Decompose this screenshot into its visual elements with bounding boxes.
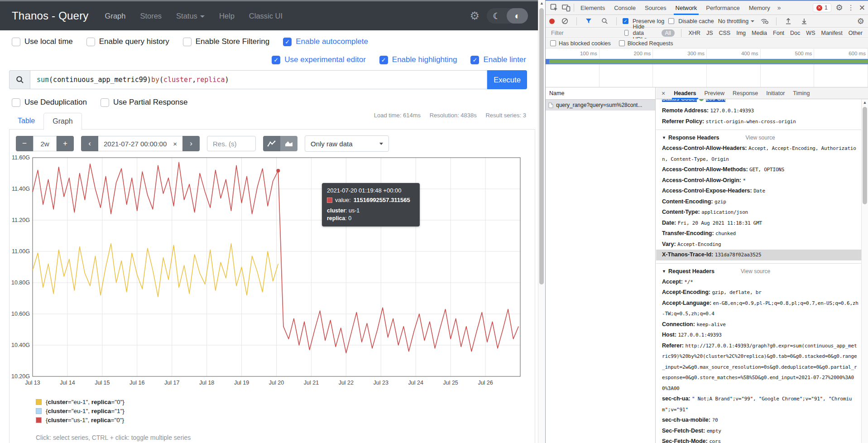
option-enable-linter[interactable]: ✓Enable linter bbox=[470, 55, 526, 64]
raw-data-select[interactable]: Only raw data bbox=[305, 135, 389, 152]
throttling-select[interactable]: No throttling bbox=[718, 18, 754, 24]
network-conditions-icon[interactable] bbox=[758, 15, 770, 27]
checkbox[interactable] bbox=[12, 38, 20, 46]
time-series-chart[interactable]: 11.60G11.40G11.20G11.00G10.80G10.60G10.4… bbox=[10, 155, 536, 389]
filter-type-media[interactable]: Media bbox=[752, 30, 767, 36]
filter-type-xhr[interactable]: XHR bbox=[688, 30, 700, 36]
option-enable-autocomplete[interactable]: ✓Enable autocomplete bbox=[283, 37, 368, 46]
nav-item-classic-ui[interactable]: Classic UI bbox=[249, 12, 283, 20]
filter-all-pill[interactable]: All bbox=[662, 29, 675, 37]
option-blocked-requests[interactable]: Blocked Requests bbox=[619, 40, 673, 47]
resolution-input[interactable] bbox=[207, 136, 256, 151]
tab-table[interactable]: Table bbox=[9, 113, 43, 130]
execute-button[interactable]: Execute bbox=[487, 70, 527, 89]
devtools-close-icon[interactable]: ✕ bbox=[859, 3, 865, 13]
datetime-input[interactable]: 2021-07-27 00:00:00 × bbox=[98, 136, 182, 151]
devtools-tab-performance[interactable]: Performance bbox=[701, 1, 744, 15]
checkbox[interactable]: ✓ bbox=[272, 56, 280, 64]
checkbox[interactable] bbox=[550, 40, 556, 46]
checkbox[interactable] bbox=[183, 38, 192, 46]
export-har-icon[interactable] bbox=[798, 15, 810, 27]
option-use-local-time[interactable]: Use local time bbox=[12, 37, 73, 46]
checkbox[interactable] bbox=[619, 40, 625, 46]
checkbox[interactable] bbox=[101, 98, 109, 107]
devtools-settings-gear-icon[interactable]: ⚙ bbox=[836, 4, 843, 12]
device-toolbar-icon[interactable] bbox=[560, 2, 572, 14]
filter-type-other[interactable]: Other bbox=[849, 30, 863, 36]
dark-theme-moon-icon[interactable]: ☾ bbox=[487, 11, 507, 21]
detail-scrollbar[interactable]: ▲ bbox=[861, 99, 868, 443]
legend-item[interactable]: {cluster="eu-1", replica="1"} bbox=[36, 408, 125, 414]
devtools-tab-elements[interactable]: Elements bbox=[576, 1, 609, 15]
devtools-tab-console[interactable]: Console bbox=[609, 1, 640, 15]
network-settings-gear-icon[interactable]: ⚙ bbox=[857, 17, 864, 25]
time-forward-button[interactable]: › bbox=[182, 136, 200, 151]
disable-cache-checkbox[interactable] bbox=[668, 18, 674, 24]
filter-type-font[interactable]: Font bbox=[773, 30, 784, 36]
left-panel-scrollbar[interactable]: ▲ bbox=[538, 0, 545, 443]
headers-section-title[interactable]: ▼Request HeadersView source bbox=[662, 266, 858, 277]
filter-type-js[interactable]: JS bbox=[706, 30, 713, 36]
import-har-icon[interactable] bbox=[782, 15, 794, 27]
scroll-up-arrow-icon[interactable]: ▲ bbox=[538, 0, 545, 7]
detail-tab-response[interactable]: Response bbox=[729, 87, 762, 99]
filter-type-manifest[interactable]: Manifest bbox=[821, 30, 842, 36]
detail-tab-timing[interactable]: Timing bbox=[789, 87, 814, 99]
detail-tab-headers[interactable]: Headers bbox=[670, 87, 700, 99]
option-use-deduplication[interactable]: Use Deduplication bbox=[12, 98, 87, 107]
option-enable-query-history[interactable]: Enable query history bbox=[86, 37, 169, 46]
scroll-up-arrow-icon[interactable]: ▲ bbox=[862, 99, 868, 106]
filter-type-img[interactable]: Img bbox=[736, 30, 746, 36]
promql-query-input[interactable]: sum(continuous_app_metric99) by (cluster… bbox=[30, 70, 487, 89]
stacked-chart-button[interactable] bbox=[280, 136, 297, 151]
settings-gear-icon[interactable]: ⚙ bbox=[470, 10, 480, 21]
devtools-tab-sources[interactable]: Sources bbox=[640, 1, 671, 15]
filter-type-ws[interactable]: WS bbox=[806, 30, 815, 36]
error-badge[interactable]: ✕ 1 bbox=[813, 3, 831, 12]
record-network-log-icon[interactable] bbox=[549, 19, 555, 24]
scrollbar-thumb[interactable] bbox=[863, 107, 867, 204]
range-input[interactable]: 2w bbox=[33, 136, 57, 151]
option-enable-highlighting[interactable]: ✓Enable highlighting bbox=[379, 55, 457, 64]
nav-item-graph[interactable]: Graph bbox=[105, 12, 126, 20]
nav-item-help[interactable]: Help bbox=[219, 12, 235, 20]
devtools-tab-memory[interactable]: Memory bbox=[744, 1, 775, 15]
filter-funnel-icon[interactable] bbox=[583, 15, 595, 27]
checkbox[interactable]: ✓ bbox=[379, 56, 388, 64]
option-use-experimental-editor[interactable]: ✓Use experimental editor bbox=[272, 55, 366, 64]
filter-type-doc[interactable]: Doc bbox=[790, 30, 800, 36]
filter-type-css[interactable]: CSS bbox=[719, 30, 730, 36]
network-overview-band[interactable] bbox=[546, 59, 868, 64]
network-filter-input[interactable] bbox=[550, 29, 620, 37]
view-source-link[interactable]: View source bbox=[745, 135, 775, 141]
detail-tab-preview[interactable]: Preview bbox=[700, 87, 729, 99]
checkbox[interactable] bbox=[86, 38, 95, 46]
legend-item[interactable]: {cluster="us-1", replica="0"} bbox=[36, 417, 125, 424]
checkbox[interactable]: ✓ bbox=[470, 56, 479, 64]
option-enable-store-filtering[interactable]: Enable Store Filtering bbox=[183, 37, 269, 46]
nav-item-status[interactable]: Status bbox=[176, 12, 205, 20]
clear-time-icon[interactable]: × bbox=[173, 140, 177, 148]
headers-section-title[interactable]: ▼Response HeadersView source bbox=[662, 132, 858, 143]
inspect-element-icon[interactable] bbox=[548, 2, 560, 14]
range-increase-button[interactable]: + bbox=[57, 136, 74, 151]
view-source-link[interactable]: View source bbox=[741, 268, 770, 274]
legend-item[interactable]: {cluster="eu-1", replica="0"} bbox=[36, 399, 125, 405]
clear-network-log-icon[interactable] bbox=[559, 15, 571, 27]
tab-graph[interactable]: Graph bbox=[43, 113, 82, 130]
more-tabs-icon[interactable]: » bbox=[775, 4, 784, 11]
detail-tab-initiator[interactable]: Initiator bbox=[762, 87, 789, 99]
checkbox[interactable] bbox=[12, 98, 20, 107]
kebab-menu-icon[interactable]: ⋮ bbox=[848, 4, 854, 12]
close-detail-icon[interactable]: × bbox=[658, 90, 669, 97]
range-decrease-button[interactable]: − bbox=[16, 136, 33, 151]
devtools-tab-network[interactable]: Network bbox=[671, 1, 702, 15]
request-row[interactable]: query_range?query=sum%28cont... bbox=[546, 100, 655, 111]
scrollbar-thumb[interactable] bbox=[539, 8, 544, 284]
option-has-blocked-cookies[interactable]: Has blocked cookies bbox=[550, 40, 611, 47]
checkbox[interactable]: ✓ bbox=[283, 38, 292, 46]
disable-cache-label[interactable]: Disable cache bbox=[678, 18, 714, 24]
nav-item-stores[interactable]: Stores bbox=[140, 12, 162, 20]
line-chart-button[interactable] bbox=[263, 136, 280, 151]
preserve-log-checkbox[interactable]: ✓ bbox=[623, 18, 628, 24]
